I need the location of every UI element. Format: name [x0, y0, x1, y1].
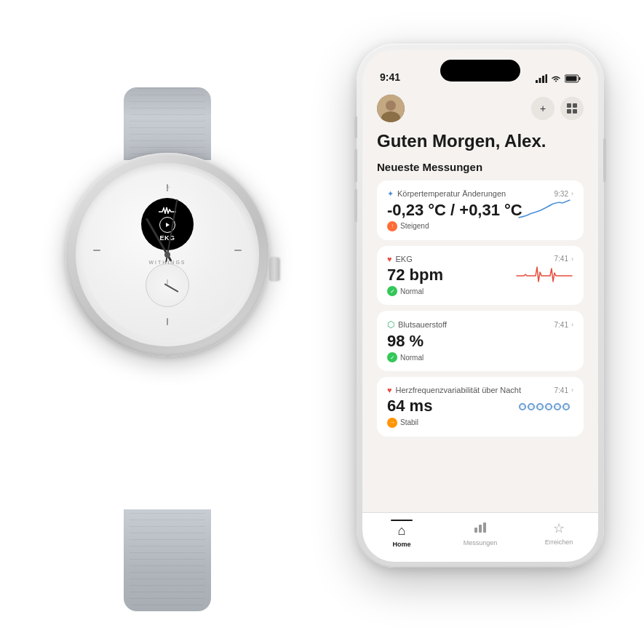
card-title-row: ✦ Körpertemperatur Änderungen	[387, 189, 506, 199]
oxygen-status-icon: ✓	[387, 352, 397, 362]
header-actions: +	[531, 97, 584, 120]
greeting: Guten Morgen, Alex.	[377, 131, 584, 152]
hrv-status-icon: →	[387, 418, 397, 428]
battery-icon	[565, 74, 581, 83]
svg-marker-0	[166, 223, 170, 227]
card-title-row: ♥ Herzfrequenzvariabilität über Nacht	[387, 386, 521, 394]
phone-dynamic-island	[440, 60, 520, 82]
watch-band-top	[124, 87, 211, 160]
heart-icon: ♥	[387, 255, 392, 263]
status-icons	[536, 74, 581, 83]
watch-case-inner: EKG WITHINGS	[76, 163, 259, 346]
svg-rect-11	[567, 103, 571, 108]
settings-icon	[566, 103, 578, 114]
phone-screen: 9:41	[362, 49, 598, 562]
status-time: 9:41	[380, 71, 400, 83]
svg-rect-2	[539, 78, 541, 83]
ekg-chart-svg	[515, 261, 573, 290]
temp-chart-svg	[515, 196, 573, 225]
home-icon: ⌂	[398, 523, 406, 538]
svg-point-9	[386, 100, 396, 111]
tab-home-label: Home	[392, 541, 410, 548]
tab-erreichen-label: Erreichen	[545, 538, 573, 546]
svg-rect-3	[542, 76, 544, 83]
ekg-status-icon: ✓	[387, 286, 397, 296]
hrv-card[interactable]: ♥ Herzfrequenzvariabilität über Nacht 7:…	[377, 377, 584, 436]
temp-icon: ✦	[387, 189, 394, 199]
oxygen-icon: ⬡	[387, 319, 394, 330]
temp-chart	[515, 196, 573, 225]
hrv-chart	[515, 392, 573, 421]
hrv-title: Herzfrequenzvariabilität über Nacht	[396, 386, 521, 394]
hrv-icon: ♥	[387, 386, 392, 394]
card-title-row: ♥ EKG	[387, 255, 413, 263]
tab-erreichen[interactable]: ☆ Erreichen	[533, 520, 584, 546]
svg-rect-6	[579, 77, 581, 80]
ekg-title: EKG	[396, 255, 413, 263]
watch-ekg-label: EKG	[159, 234, 175, 242]
app-header: +	[377, 87, 584, 128]
oxygen-title: Blutsauerstoff	[398, 320, 447, 329]
tab-messungen[interactable]: Messungen	[455, 520, 506, 546]
settings-button[interactable]	[560, 97, 584, 120]
phone-silent-button[interactable]	[354, 116, 357, 138]
card-header: ⬡ Blutsauerstoff 7:41 ›	[387, 319, 573, 330]
phone-volume-up-button[interactable]	[354, 149, 357, 182]
svg-rect-23	[479, 525, 482, 533]
svg-rect-22	[474, 528, 477, 533]
tab-bar: ⌂ Home Messungen ☆ Erreichen	[362, 512, 598, 562]
watch-subdial	[146, 263, 189, 307]
watch-case: EKG WITHINGS	[65, 153, 269, 357]
svg-rect-12	[573, 103, 577, 108]
wifi-icon	[551, 75, 561, 83]
svg-rect-13	[567, 109, 571, 114]
phone-volume-down-button[interactable]	[354, 189, 357, 222]
oxygen-value: 98 %	[387, 333, 573, 350]
messungen-icon	[474, 520, 487, 537]
temp-title: Körpertemperatur Änderungen	[397, 189, 506, 198]
app-content: + Guten Morgen, Alex.	[362, 87, 598, 512]
temperature-card[interactable]: ✦ Körpertemperatur Änderungen 9:32 › -0,…	[377, 180, 584, 240]
ekg-card[interactable]: ♥ EKG 7:41 › 72 bpm ✓ Normal	[377, 246, 584, 305]
phone: 9:41	[357, 44, 604, 568]
chevron-icon: ›	[571, 321, 573, 328]
svg-rect-24	[483, 522, 486, 533]
tab-messungen-label: Messungen	[464, 539, 498, 546]
tab-home[interactable]: ⌂ Home	[376, 520, 427, 548]
svg-rect-14	[573, 109, 577, 114]
watch-face: EKG WITHINGS	[83, 170, 252, 339]
svg-rect-4	[546, 74, 548, 83]
watch-band-bottom	[124, 509, 211, 611]
avatar-image	[377, 95, 405, 122]
phone-power-button[interactable]	[603, 138, 606, 182]
star-icon: ☆	[553, 520, 565, 536]
bar-chart-icon	[474, 520, 487, 533]
oxygen-card[interactable]: ⬡ Blutsauerstoff 7:41 › 98 % ✓ Normal	[377, 311, 584, 371]
tab-home-indicator	[391, 520, 413, 521]
temp-status-icon: ↑	[387, 221, 397, 231]
svg-rect-7	[566, 76, 577, 82]
watch-brand: WITHINGS	[149, 260, 186, 265]
svg-rect-1	[536, 80, 538, 83]
signal-icon	[536, 74, 547, 83]
card-title-row: ⬡ Blutsauerstoff	[387, 319, 447, 330]
watch-crown	[269, 258, 279, 281]
hrv-chart-svg	[515, 392, 573, 421]
watch: EKG WITHINGS	[44, 131, 291, 538]
section-title: Neueste Messungen	[377, 161, 584, 173]
oxygen-status: ✓ Normal	[387, 352, 573, 362]
avatar[interactable]	[377, 95, 405, 122]
add-button[interactable]: +	[531, 97, 554, 120]
scene: EKG WITHINGS	[0, 0, 644, 644]
oxygen-time: 7:41 ›	[554, 321, 573, 329]
ekg-chart	[515, 261, 573, 290]
